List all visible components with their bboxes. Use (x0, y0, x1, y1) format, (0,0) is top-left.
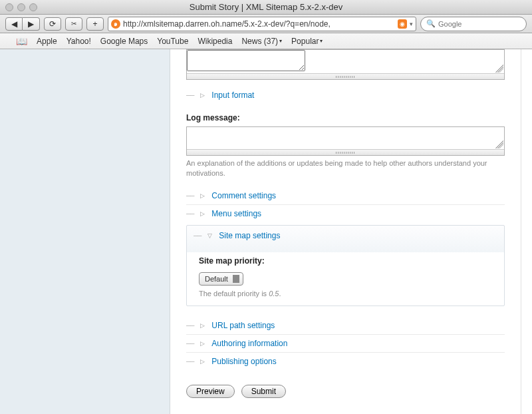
drupal-favicon: ๑ (111, 19, 120, 29)
nav-buttons: ◀ ▶ (5, 17, 40, 31)
bookmark-wikipedia[interactable]: Wikipedia (198, 37, 232, 46)
body-textarea-wrapper (186, 49, 505, 80)
bookmarks-menu-icon[interactable]: ⠀📖 (9, 36, 27, 47)
window-title: Submit Story | XML Sitemap 5.x-2.x-dev (190, 2, 342, 12)
collapsed-icon: ▷ (200, 340, 205, 347)
window-titlebar: Submit Story | XML Sitemap 5.x-2.x-dev (0, 0, 532, 15)
fieldset-link-menu[interactable]: Menu settings (211, 209, 261, 218)
bookmark-google-maps[interactable]: Google Maps (100, 37, 148, 46)
left-sidebar (0, 49, 170, 414)
traffic-lights (0, 3, 37, 11)
search-input[interactable] (438, 20, 530, 28)
fieldset-url-path[interactable]: –– ▷ URL path settings (186, 317, 505, 334)
fieldset-authoring[interactable]: –– ▷ Authoring information (186, 334, 505, 352)
fieldset-link-input-format[interactable]: Input format (211, 91, 254, 100)
bookmark-youtube[interactable]: YouTube (157, 37, 188, 46)
submit-button[interactable]: Submit (241, 385, 286, 398)
clip-button[interactable]: ✂ (65, 17, 82, 31)
fieldset-publishing[interactable]: –– ▷ Publishing options (186, 352, 505, 370)
log-grippie[interactable] (187, 149, 504, 155)
bookmarks-bar: ⠀📖 Apple Yahoo! Google Maps YouTube Wiki… (0, 33, 532, 49)
fieldset-input-format[interactable]: –– ▷ Input format (186, 87, 505, 104)
form-actions: Preview Submit (186, 385, 505, 398)
log-textarea[interactable] (187, 127, 504, 147)
main-content: –– ▷ Input format Log message: An explan… (170, 49, 521, 414)
close-window-button[interactable] (5, 3, 13, 11)
collapsed-icon: ▷ (200, 358, 205, 365)
body-textarea[interactable] (187, 50, 305, 71)
fieldset-dash: –– (186, 91, 194, 100)
sitemap-priority-description: The default priority is 0.5. (199, 290, 492, 298)
log-textarea-wrapper (186, 126, 505, 156)
forward-button[interactable]: ▶ (23, 17, 40, 31)
back-button[interactable]: ◀ (5, 17, 23, 31)
select-value: Default (205, 275, 228, 283)
url-input[interactable] (123, 19, 395, 29)
browser-toolbar: ◀ ▶ ⟳ ✂ + ๑ ◉ ▾ 🔍 (0, 15, 532, 33)
expanded-icon: ▽ (207, 232, 212, 239)
log-resize-handle[interactable] (495, 140, 503, 148)
fieldset-link-authoring[interactable]: Authoring information (211, 339, 287, 348)
select-arrows-icon: ▴▾ (236, 274, 239, 284)
search-bar[interactable]: 🔍 (420, 17, 527, 31)
minimize-window-button[interactable] (17, 3, 25, 11)
preview-button[interactable]: Preview (186, 385, 235, 398)
search-icon: 🔍 (426, 19, 436, 28)
rss-icon[interactable]: ◉ (398, 19, 407, 29)
fieldset-link-url-path[interactable]: URL path settings (211, 321, 275, 330)
log-help-text: An explanation of the additions or updat… (186, 158, 505, 179)
fieldset-sitemap-settings: –– ▽ Site map settings Site map priority… (186, 225, 505, 306)
collapsed-icon: ▷ (200, 210, 205, 217)
sitemap-priority-select[interactable]: Default ▴▾ (199, 272, 243, 286)
bookmark-apple[interactable]: Apple (37, 37, 57, 46)
textarea-grippie[interactable] (187, 73, 504, 79)
collapsed-icon: ▷ (200, 192, 205, 199)
reload-button[interactable]: ⟳ (44, 17, 61, 31)
fieldset-link-publishing[interactable]: Publishing options (211, 357, 276, 366)
url-bar[interactable]: ๑ ◉ ▾ (108, 17, 416, 31)
add-button[interactable]: + (86, 17, 104, 31)
zoom-window-button[interactable] (29, 3, 37, 11)
right-gutter (521, 49, 532, 414)
fieldset-link-sitemap[interactable]: Site map settings (219, 231, 280, 240)
collapsed-icon: ▷ (200, 92, 205, 99)
log-message-label: Log message: (186, 113, 505, 122)
fieldset-sitemap-header[interactable]: –– ▽ Site map settings (187, 226, 504, 246)
collapsed-icon: ▷ (200, 322, 205, 329)
sitemap-priority-label: Site map priority: (199, 256, 492, 266)
bookmark-news[interactable]: News (37)▾ (241, 37, 282, 46)
fieldset-link-comment[interactable]: Comment settings (211, 191, 276, 200)
url-dropdown-icon[interactable]: ▾ (410, 21, 413, 27)
bookmark-popular[interactable]: Popular▾ (291, 37, 323, 46)
textarea-resize-handle[interactable] (495, 65, 503, 73)
fieldset-comment-settings[interactable]: –– ▷ Comment settings (186, 187, 505, 204)
page-body: –– ▷ Input format Log message: An explan… (0, 49, 532, 414)
fieldset-menu-settings[interactable]: –– ▷ Menu settings (186, 204, 505, 222)
bookmark-yahoo[interactable]: Yahoo! (66, 37, 91, 46)
